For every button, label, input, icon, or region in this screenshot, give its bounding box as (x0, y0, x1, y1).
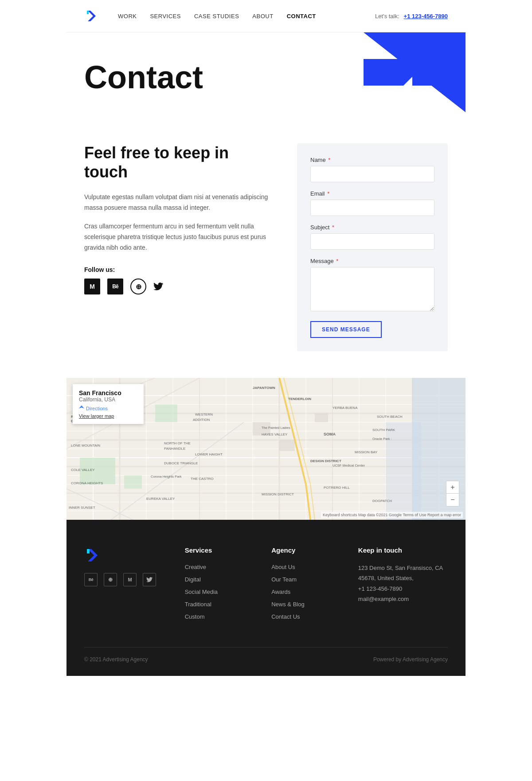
follow-us: Follow us: M Bē ⊕ (84, 266, 270, 294)
footer-twitter-icon[interactable] (143, 573, 156, 586)
email-input[interactable] (310, 200, 434, 216)
list-item: Awards (271, 588, 340, 596)
svg-text:DUBOCE TRIANGLE: DUBOCE TRIANGLE (164, 461, 198, 465)
contact-hero: Contact (66, 32, 466, 130)
list-item: Creative (185, 563, 254, 571)
list-item: Contact Us (271, 612, 340, 620)
svg-text:Corona Heights Park: Corona Heights Park (151, 475, 182, 479)
message-field-group: Message * (310, 258, 434, 313)
message-label: Message * (310, 258, 434, 264)
subject-label: Subject * (310, 224, 434, 231)
zoom-out-button[interactable]: − (446, 494, 459, 506)
footer-services-col: Services Creative Digital Social Media T… (185, 546, 254, 625)
footer-agency-col: Agency About Us Our Team Awards News & B… (271, 546, 340, 625)
services-social-link[interactable]: Social Media (185, 589, 218, 595)
footer-dribbble-icon[interactable]: ⊕ (104, 573, 117, 586)
agency-about-link[interactable]: About Us (271, 564, 295, 570)
footer-services-heading: Services (185, 546, 254, 554)
svg-text:INNER SUNSET: INNER SUNSET (69, 506, 95, 510)
agency-news-link[interactable]: News & Blog (271, 601, 304, 608)
email-field-group: Email * (310, 190, 434, 216)
services-digital-link[interactable]: Digital (185, 576, 201, 583)
svg-marker-77 (87, 549, 90, 553)
dribbble-icon[interactable]: ⊕ (130, 279, 146, 294)
svg-marker-0 (88, 11, 96, 21)
subject-input[interactable] (310, 233, 434, 250)
map-city: San Francisco (79, 389, 137, 396)
nav-right: Let's talk: +1 123-456-7890 (375, 13, 448, 20)
directions-link[interactable]: Directions (79, 405, 137, 412)
contact-section: Feel free to keep in touch Vulputate ege… (66, 130, 466, 378)
message-textarea[interactable] (310, 267, 434, 311)
follow-us-label: Follow us: (84, 266, 270, 273)
email-required: * (326, 190, 330, 197)
svg-text:The Painted Ladies: The Painted Ladies (262, 426, 290, 430)
svg-text:DESIGN DISTRICT: DESIGN DISTRICT (310, 459, 341, 463)
footer-services-list: Creative Digital Social Media Traditiona… (185, 563, 254, 620)
footer-social-icons: Bē ⊕ M (84, 573, 167, 586)
view-larger-link[interactable]: View larger map (79, 413, 137, 419)
footer-logo-col: Bē ⊕ M (84, 546, 167, 625)
svg-text:LOWER HAIGHT: LOWER HAIGHT (195, 452, 223, 456)
name-required: * (327, 157, 331, 163)
list-item: Our Team (271, 575, 340, 583)
lets-talk-label: Let's talk: (375, 13, 399, 20)
zoom-in-button[interactable]: + (446, 481, 459, 494)
footer-logo[interactable] (84, 546, 102, 564)
footer-contact-col: Keep in touch 123 Demo St, San Fransisco… (358, 546, 448, 625)
nav-about[interactable]: ABOUT (252, 13, 273, 20)
services-traditional-link[interactable]: Traditional (185, 601, 211, 608)
powered-by: Powered by Advertising Agency (373, 656, 448, 663)
subject-required: * (330, 224, 334, 231)
svg-rect-41 (279, 440, 295, 451)
copyright-text: © 2021 Advertising Agency (84, 656, 148, 663)
svg-text:SOUTH BEACH: SOUTH BEACH (377, 415, 403, 419)
footer-address: 123 Demo St, San Fransisco, CA 45678, Un… (358, 563, 448, 604)
svg-text:THE CASTRO: THE CASTRO (191, 477, 214, 481)
footer: Bē ⊕ M Services Creative Digital Social … (66, 520, 466, 676)
svg-text:PANHANDLE: PANHANDLE (164, 447, 185, 451)
svg-text:POTRERO HILL: POTRERO HILL (324, 486, 350, 490)
svg-text:COLE VALLEY: COLE VALLEY (71, 468, 95, 472)
page-title: Contact (84, 59, 448, 95)
agency-team-link[interactable]: Our Team (271, 576, 297, 583)
twitter-icon[interactable] (153, 282, 163, 291)
list-item: News & Blog (271, 600, 340, 608)
svg-text:DOGPATCH: DOGPATCH (372, 499, 392, 503)
medium-icon[interactable]: M (84, 279, 100, 294)
footer-behance-icon[interactable]: Bē (84, 573, 98, 586)
map-canvas: JAPANTOWN TENDERLOIN YERBA BUENA SOUTH B… (66, 378, 466, 520)
footer-bottom: © 2021 Advertising Agency Powered by Adv… (84, 647, 448, 663)
nav-links: WORK SERVICES CASE STUDIES ABOUT CONTACT (118, 13, 375, 20)
services-creative-link[interactable]: Creative (185, 564, 206, 570)
agency-awards-link[interactable]: Awards (271, 589, 290, 595)
contact-heading: Feel free to keep in touch (84, 143, 270, 181)
name-label: Name * (310, 157, 434, 163)
list-item: Digital (185, 575, 254, 583)
navbar: WORK SERVICES CASE STUDIES ABOUT CONTACT… (66, 0, 466, 32)
map-attribution: Keyboard shortcuts Map data ©2021 Google… (321, 512, 463, 518)
svg-text:HAYES VALLEY: HAYES VALLEY (262, 432, 288, 436)
map-state: California, USA (79, 396, 137, 403)
svg-text:LONE MOUNTAIN: LONE MOUNTAIN (71, 443, 100, 447)
svg-text:EUREKA VALLEY: EUREKA VALLEY (146, 497, 175, 501)
svg-text:YERBA BUENA: YERBA BUENA (332, 406, 358, 410)
nav-work[interactable]: WORK (118, 13, 137, 20)
nav-case-studies[interactable]: CASE STUDIES (194, 13, 239, 20)
phone-link[interactable]: +1 123-456-7890 (404, 13, 448, 20)
svg-text:ADDITION: ADDITION (193, 418, 210, 422)
name-field-group: Name * (310, 157, 434, 182)
services-custom-link[interactable]: Custom (185, 613, 205, 620)
nav-contact[interactable]: CONTACT (287, 13, 316, 20)
logo[interactable] (84, 8, 100, 24)
send-message-button[interactable]: SEND MESSAGE (310, 321, 382, 338)
svg-text:UCSF Medical Center: UCSF Medical Center (332, 463, 365, 467)
agency-contact-link[interactable]: Contact Us (271, 613, 300, 620)
nav-services[interactable]: SERVICES (150, 13, 181, 20)
footer-top: Bē ⊕ M Services Creative Digital Social … (84, 546, 448, 625)
behance-icon[interactable]: Bē (107, 279, 123, 294)
name-input[interactable] (310, 166, 434, 182)
svg-text:MISSION BAY: MISSION BAY (355, 450, 378, 454)
footer-medium-icon[interactable]: M (123, 573, 137, 586)
contact-para2: Cras ullamcorper fermentum arcu in sed f… (84, 221, 270, 253)
